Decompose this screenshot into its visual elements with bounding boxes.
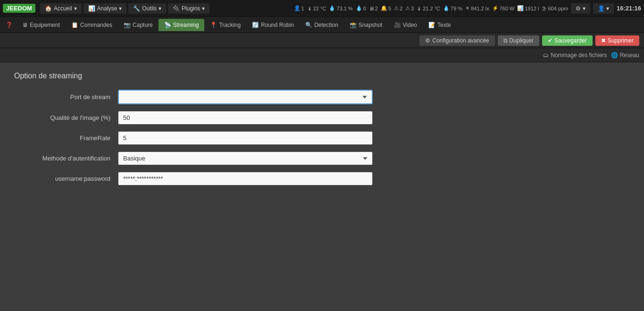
top-navbar: JEEDOM 🏠 Accueil ▾ 📊 Analyse ▾ 🔧 Outils … xyxy=(0,0,644,17)
sub-actions-bar: 🗂 Nommage des fichiers 🌐 Reseau xyxy=(0,48,644,62)
equipement-icon: 🖥 xyxy=(22,22,28,28)
tab-tracking[interactable]: 📍 Tracking xyxy=(204,19,246,31)
status-temp2: 🌡 21.2 °C xyxy=(417,6,440,11)
logo[interactable]: JEEDOM xyxy=(3,4,35,13)
nav-analyse[interactable]: 📊 Analyse ▾ xyxy=(84,3,127,14)
status-bar: 👤 1 🌡 22 °C 💧 73.1 % 💧 0 🖥 2 🔔 5 ⚠ 2 ⚠ 3… xyxy=(294,3,641,14)
delete-button[interactable]: ✖ Supprimer xyxy=(595,35,639,46)
status-liters: 📊 1912 l xyxy=(517,5,539,11)
tab-commandes[interactable]: 📋 Commandes xyxy=(66,19,118,31)
nav-accueil[interactable]: 🏠 Accueil ▾ xyxy=(40,3,82,14)
status-water: 💧 0 xyxy=(356,5,366,11)
tracking-icon: 📍 xyxy=(210,22,217,28)
chevron-down-icon: ▾ xyxy=(74,5,77,12)
main-content: Option de streaming Port de stream Quali… xyxy=(0,62,644,311)
tab-texte[interactable]: 📝 Texte xyxy=(423,19,457,31)
status-watts: ⚡ 760 W xyxy=(492,5,515,11)
duplicate-icon: ⧉ xyxy=(503,37,508,44)
label-qualite-image: Qualité de l'image (%) xyxy=(14,114,118,121)
nommage-fichiers-link[interactable]: 🗂 Nommage des fichiers xyxy=(543,52,607,59)
tab-streaming[interactable]: 📡 Streaming xyxy=(159,19,205,31)
status-humidity2: 💧 79 % xyxy=(443,5,462,11)
clock: 16:21:16 xyxy=(617,5,641,12)
label-framerate: FrameRate xyxy=(14,134,118,142)
chevron-down-icon: ▾ xyxy=(159,5,161,12)
label-port-stream: Port de stream xyxy=(14,93,118,101)
form-row-credentials: username:password xyxy=(14,172,439,185)
chevron-down-icon: ▾ xyxy=(119,5,122,12)
commandes-icon: 📋 xyxy=(71,22,78,28)
reseau-link[interactable]: 🌐 Reseau xyxy=(611,52,639,59)
form-row-methode-auth: Methode d'autentification Basique Digest… xyxy=(14,151,439,165)
status-screens: 🖥 2 xyxy=(369,6,378,11)
status-warn2: ⚠ 3 xyxy=(405,5,414,11)
tab-round-robin[interactable]: 🔄 Round Robin xyxy=(246,19,300,31)
file-icon: 🗂 xyxy=(543,52,549,59)
plugins-icon: 🔌 xyxy=(173,5,180,12)
tab-detection[interactable]: 🔍 Detection xyxy=(300,19,344,31)
status-temp1: 🌡 22 °C xyxy=(307,6,326,11)
nav-outils[interactable]: 🔧 Outils ▾ xyxy=(128,3,166,14)
capture-icon: 📷 xyxy=(124,22,131,28)
tab-snapshot[interactable]: 📸 Snapshot xyxy=(344,19,388,31)
framerate-input[interactable] xyxy=(118,131,373,145)
status-user: 👤 1 xyxy=(294,5,304,11)
form-row-qualite: Qualité de l'image (%) xyxy=(14,111,439,125)
home-icon: 🏠 xyxy=(45,5,52,12)
nav-plugins[interactable]: 🔌 Plugins ▾ xyxy=(168,3,209,14)
config-icon: ⚙ xyxy=(425,37,430,44)
form-row-port: Port de stream xyxy=(14,90,439,104)
help-icon[interactable]: ❓ xyxy=(2,20,17,30)
actions-bar: ⚙ Configuration avancée ⧉ Dupliquer ✔ Sa… xyxy=(0,33,644,48)
label-methode-auth: Methode d'autentification xyxy=(14,155,118,162)
status-warn1: ⚠ 2 xyxy=(394,5,402,11)
tab-equipement[interactable]: 🖥 Equipement xyxy=(17,19,66,31)
nav-left: JEEDOM 🏠 Accueil ▾ 📊 Analyse ▾ 🔧 Outils … xyxy=(3,3,209,14)
status-lux: ☀ 841.2 lx xyxy=(465,5,489,11)
qualite-image-input[interactable] xyxy=(118,111,373,125)
label-username-password: username:password xyxy=(14,175,118,182)
analyse-icon: 📊 xyxy=(88,5,95,12)
duplicate-button[interactable]: ⧉ Dupliquer xyxy=(498,35,539,46)
status-humidity1: 💧 73.1 % xyxy=(329,5,352,11)
username-password-input[interactable] xyxy=(118,172,373,185)
settings-button[interactable]: ⚙ ▾ xyxy=(571,3,590,14)
delete-icon: ✖ xyxy=(601,37,606,44)
tab-video[interactable]: 🎥 Video xyxy=(388,19,423,31)
port-stream-select[interactable] xyxy=(118,90,373,104)
tabs-bar: ❓ 🖥 Equipement 📋 Commandes 📷 Capture 📡 S… xyxy=(0,17,644,33)
save-icon: ✔ xyxy=(548,37,552,44)
status-ppm: 🌫 604 ppm xyxy=(542,6,568,11)
round-robin-icon: 🔄 xyxy=(252,22,259,28)
texte-icon: 📝 xyxy=(428,22,435,28)
form-row-framerate: FrameRate xyxy=(14,131,439,145)
snapshot-icon: 📸 xyxy=(350,22,357,28)
section-title: Option de streaming xyxy=(14,72,630,80)
status-alerts: 🔔 5 xyxy=(381,5,391,11)
detection-icon: 🔍 xyxy=(305,22,312,28)
network-icon: 🌐 xyxy=(611,52,618,59)
streaming-form: Port de stream Qualité de l'image (%) Fr… xyxy=(14,90,439,185)
tab-capture[interactable]: 📷 Capture xyxy=(118,19,159,31)
streaming-icon: 📡 xyxy=(164,22,171,28)
video-icon: 🎥 xyxy=(394,22,401,28)
save-button[interactable]: ✔ Sauvegarder xyxy=(542,35,593,46)
chevron-down-icon: ▾ xyxy=(202,5,205,12)
config-avancee-button[interactable]: ⚙ Configuration avancée xyxy=(419,35,494,46)
user-button[interactable]: 👤 ▾ xyxy=(593,3,614,14)
tools-icon: 🔧 xyxy=(133,5,140,12)
methode-auth-select[interactable]: Basique Digest Aucune xyxy=(118,151,373,165)
